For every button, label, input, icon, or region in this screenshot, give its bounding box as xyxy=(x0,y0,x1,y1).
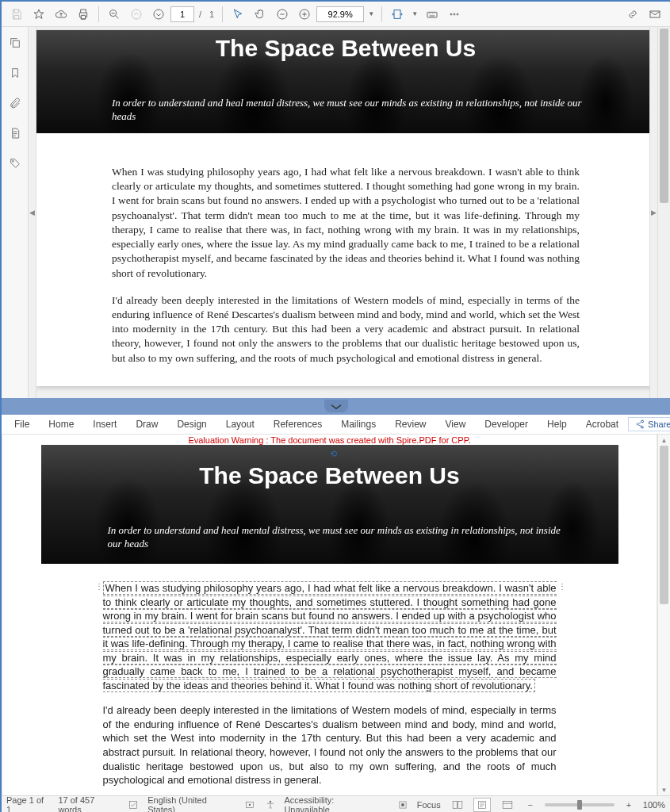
menu-help[interactable]: Help xyxy=(538,416,576,433)
document-icon[interactable] xyxy=(6,124,25,143)
anchor-right-icon: ⋮ xyxy=(558,581,565,588)
word-scrollbar[interactable]: ▲ ▼ xyxy=(657,435,670,795)
svg-point-7 xyxy=(450,13,452,15)
menu-file[interactable]: File xyxy=(5,416,39,433)
mail-icon[interactable] xyxy=(645,4,665,25)
cursor-indicator-icon: ⟲ xyxy=(330,449,337,459)
view-web-icon[interactable] xyxy=(499,798,516,812)
star-icon[interactable] xyxy=(29,4,49,25)
menu-home[interactable]: Home xyxy=(39,416,83,433)
status-language[interactable]: English (United States) xyxy=(147,795,235,813)
svg-rect-16 xyxy=(130,801,137,808)
menu-insert[interactable]: Insert xyxy=(83,416,126,433)
article-body: When I was studying philosophy years ago… xyxy=(36,133,649,386)
status-words[interactable]: 17 of 457 words xyxy=(58,795,119,813)
zoom-dropdown-icon[interactable]: ▼ xyxy=(366,10,377,17)
zoom-out-icon[interactable] xyxy=(104,4,124,25)
svg-point-18 xyxy=(249,803,251,805)
pdf-scrollbar[interactable] xyxy=(657,27,670,398)
collapse-right-icon[interactable]: ▶ xyxy=(649,27,657,398)
status-accessibility[interactable]: Accessibility: Unavailable xyxy=(284,795,381,813)
svg-point-9 xyxy=(457,13,458,15)
focus-icon[interactable] xyxy=(396,799,409,811)
cloud-upload-icon[interactable] xyxy=(51,4,71,25)
paragraph-2: I'd already been deeply interested in th… xyxy=(112,293,580,366)
select-tool-icon[interactable] xyxy=(228,4,248,25)
svg-rect-21 xyxy=(401,803,404,806)
menu-layout[interactable]: Layout xyxy=(216,416,264,433)
word-paragraph-2[interactable]: I'd already been deeply interested in th… xyxy=(103,703,557,787)
copy-icon[interactable] xyxy=(6,33,25,52)
paragraph-1: When I was studying philosophy years ago… xyxy=(112,165,580,281)
zoom-plus-icon[interactable] xyxy=(294,4,315,25)
status-page[interactable]: Page 1 of 1 xyxy=(6,795,50,813)
word-paragraph-1[interactable]: When I was studying philosophy years ago… xyxy=(103,581,557,692)
svg-point-19 xyxy=(269,800,270,802)
word-page: Evaluation Warning : The document was cr… xyxy=(41,435,618,795)
svg-point-13 xyxy=(641,420,644,423)
print-icon[interactable] xyxy=(73,4,94,25)
article-subtitle: In order to understand and heal mental d… xyxy=(112,97,607,124)
hero-image: The Space Between Us In order to underst… xyxy=(36,30,649,133)
page-up-icon xyxy=(126,4,147,25)
svg-point-14 xyxy=(637,423,639,426)
evaluation-warning: Evaluation Warning : The document was cr… xyxy=(41,435,618,445)
svg-rect-11 xyxy=(13,40,19,47)
svg-point-1 xyxy=(132,10,141,19)
view-print-icon[interactable] xyxy=(473,798,491,812)
word-article-subtitle: In order to understand and heal mental d… xyxy=(108,524,571,551)
scroll-up-icon[interactable]: ▲ xyxy=(658,435,670,446)
view-read-icon[interactable] xyxy=(449,798,466,812)
hand-tool-icon[interactable] xyxy=(250,4,270,25)
page-down-icon[interactable] xyxy=(148,4,169,25)
collapse-left-icon[interactable]: ◀ xyxy=(29,27,36,398)
status-focus[interactable]: Focus xyxy=(417,800,441,810)
scrollbar-thumb[interactable] xyxy=(660,29,668,203)
macro-icon[interactable] xyxy=(243,799,256,811)
menu-references[interactable]: References xyxy=(264,416,331,433)
keyboard-icon[interactable] xyxy=(422,4,442,25)
menu-review[interactable]: Review xyxy=(385,416,435,433)
pdf-viewer-pane: / 1 92.9% ▼ ▼ ◀ The Space Between Us xyxy=(2,2,670,398)
tag-icon[interactable] xyxy=(6,154,25,173)
bookmark-icon[interactable] xyxy=(6,63,25,82)
pdf-canvas[interactable]: The Space Between Us In order to underst… xyxy=(36,27,649,398)
svg-point-8 xyxy=(454,13,455,15)
zoom-minus-icon[interactable] xyxy=(272,4,293,25)
spellcheck-icon[interactable] xyxy=(127,799,140,811)
zoom-level[interactable]: 92.9% xyxy=(316,6,364,22)
pane-divider[interactable] xyxy=(2,398,670,415)
menu-developer[interactable]: Developer xyxy=(475,416,538,433)
anchor-left-icon: ⋮ xyxy=(95,581,101,588)
fit-width-icon[interactable] xyxy=(387,4,408,25)
zoom-out-button[interactable]: − xyxy=(524,800,537,810)
more-icon[interactable] xyxy=(444,4,465,25)
menu-view[interactable]: View xyxy=(436,416,476,433)
link-icon[interactable] xyxy=(622,4,643,25)
menu-acrobat[interactable]: Acrobat xyxy=(576,416,628,433)
zoom-slider[interactable] xyxy=(545,803,615,806)
word-hero-image: ⟲ The Space Between Us In order to under… xyxy=(41,445,618,564)
svg-rect-10 xyxy=(650,11,660,17)
zoom-in-button[interactable]: + xyxy=(622,800,635,810)
page-total: 1 xyxy=(209,10,214,19)
pdf-page: The Space Between Us In order to underst… xyxy=(36,30,649,386)
menu-draw[interactable]: Draw xyxy=(126,416,167,433)
share-button[interactable]: Share xyxy=(628,417,670,431)
word-editor-pane: File Home Insert Draw Design Layout Refe… xyxy=(2,415,670,812)
word-canvas[interactable]: Evaluation Warning : The document was cr… xyxy=(2,435,657,795)
accessibility-icon[interactable] xyxy=(264,799,277,811)
save-icon xyxy=(6,4,27,25)
fit-dropdown-icon[interactable]: ▼ xyxy=(409,10,420,17)
menu-mailings[interactable]: Mailings xyxy=(331,416,385,433)
status-zoom[interactable]: 100% xyxy=(643,800,665,810)
word-menu-bar: File Home Insert Draw Design Layout Refe… xyxy=(2,415,670,435)
svg-rect-6 xyxy=(427,12,437,17)
word-article-body[interactable]: ⋮ ⋮ When I was studying philosophy years… xyxy=(41,564,618,795)
selected-text[interactable]: When I was studying philosophy years ago… xyxy=(103,581,557,692)
page-number-input[interactable] xyxy=(170,6,194,22)
word-scrollbar-thumb[interactable] xyxy=(660,446,668,604)
scroll-down-icon[interactable]: ▼ xyxy=(658,784,670,795)
menu-design[interactable]: Design xyxy=(167,416,216,433)
attachment-icon[interactable] xyxy=(6,94,25,113)
